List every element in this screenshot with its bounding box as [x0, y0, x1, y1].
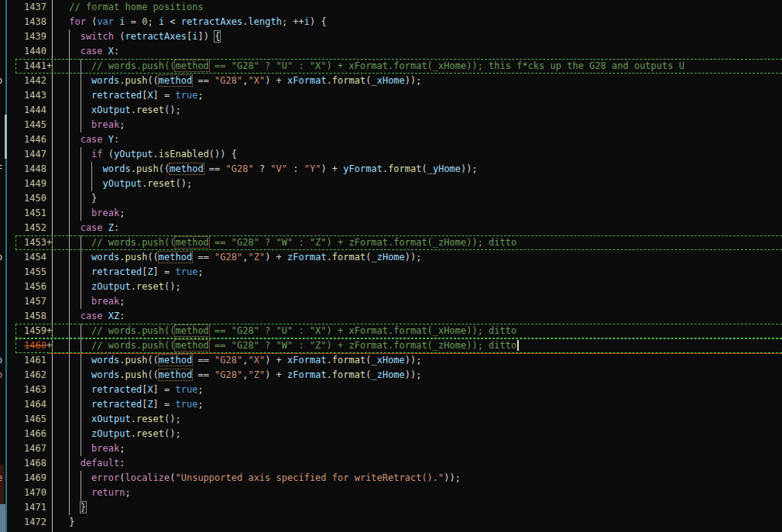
line-number[interactable]: 1450	[15, 191, 52, 206]
code-text[interactable]: words.push((method == "G28","X") + xForm…	[52, 74, 422, 88]
code-line[interactable]: 1454 words.push((method == "G28","Z") + …	[0, 250, 782, 265]
line-number[interactable]: 1461	[15, 353, 52, 368]
line-number[interactable]: 1469	[15, 471, 52, 486]
code-line[interactable]: 1464 retracted[Z] = true;	[0, 397, 782, 412]
code-text[interactable]: yOutput.reset();	[52, 177, 192, 191]
code-text[interactable]: case X:	[52, 44, 119, 59]
line-number[interactable]: 1465	[15, 412, 52, 427]
code-text[interactable]: // words.push((method == "G28" ? "U" : "…	[52, 59, 684, 74]
code-text[interactable]: retracted[Z] = true;	[52, 397, 204, 412]
code-line[interactable]: 1453+ // words.push((method == "G28" ? "…	[0, 235, 782, 250]
scrollbar-thumb[interactable]	[5, 115, 7, 159]
code-line[interactable]: 1448 words.push((method == "G28" ? "V" :…	[0, 162, 782, 177]
code-line[interactable]: 1447 if (yOutput.isEnabled()) {	[0, 147, 782, 162]
code-line[interactable]: 1446 case Y:	[0, 132, 782, 147]
code-line[interactable]: 1439 switch (retractAxes[i]) {	[0, 29, 782, 44]
line-number[interactable]: 1454	[15, 250, 52, 265]
code-line[interactable]: 1470 return;	[0, 486, 782, 500]
code-line[interactable]: 1450 }	[0, 191, 782, 206]
code-text[interactable]: case XZ:	[52, 309, 125, 324]
code-text[interactable]: xOutput.reset();	[52, 103, 181, 118]
code-text[interactable]: error(localize("Unsupported axis specifi…	[52, 471, 461, 486]
line-number[interactable]: 1438	[15, 15, 52, 29]
code-text[interactable]: // words.push((method == "G28" ? "W" : "…	[52, 235, 516, 250]
line-number[interactable]: 1472	[15, 515, 52, 530]
code-line[interactable]: 1443 retracted[X] = true;	[0, 88, 782, 103]
line-number[interactable]: 1455	[15, 265, 52, 280]
line-number[interactable]: 1467	[15, 441, 52, 456]
code-line[interactable]: 1455 retracted[Z] = true;	[0, 265, 782, 280]
line-number[interactable]: 1460+	[15, 338, 52, 353]
line-number[interactable]: 1440	[15, 44, 52, 59]
line-number[interactable]: 1443	[15, 88, 52, 103]
code-text[interactable]: words.push((method == "G28" ? "V" : "Y")…	[52, 162, 478, 177]
code-line[interactable]: 1466 zOutput.reset();	[0, 427, 782, 441]
line-number[interactable]: 1449	[15, 177, 52, 191]
line-number[interactable]: 1437	[15, 0, 52, 15]
code-text[interactable]: retracted[X] = true;	[52, 88, 204, 103]
code-line[interactable]: 1468 default:	[0, 456, 782, 471]
code-text[interactable]: default:	[52, 456, 125, 471]
code-line[interactable]: 1472 }	[0, 515, 782, 530]
code-text[interactable]: words.push((method == "G28","Z") + zForm…	[52, 250, 422, 265]
code-text[interactable]: words.push((method == "G28","Z") + zForm…	[52, 368, 422, 383]
code-line[interactable]: 1441+ // words.push((method == "G28" ? "…	[0, 59, 782, 74]
code-text[interactable]: zOutput.reset();	[52, 280, 181, 294]
line-number[interactable]: 1459+	[15, 324, 52, 338]
line-number[interactable]: 1453+	[15, 235, 52, 250]
line-number[interactable]: 1451	[15, 206, 52, 221]
code-line[interactable]: 1440 case X:	[0, 44, 782, 59]
line-number[interactable]: 1463	[15, 383, 52, 397]
line-number[interactable]: 1468	[15, 456, 52, 471]
code-text[interactable]: xOutput.reset();	[52, 412, 181, 427]
line-number[interactable]: 1457	[15, 294, 52, 309]
line-number[interactable]: 1462	[15, 368, 52, 383]
code-text[interactable]: if (yOutput.isEnabled()) {	[52, 147, 237, 162]
code-line[interactable]: 1462 words.push((method == "G28","Z") + …	[0, 368, 782, 383]
code-text[interactable]: return;	[52, 486, 131, 500]
code-text[interactable]: words.push((method == "G28","X") + xForm…	[52, 353, 422, 368]
line-number[interactable]: 1464	[15, 397, 52, 412]
code-line[interactable]: 1461 words.push((method == "G28","X") + …	[0, 353, 782, 368]
line-number[interactable]: 1466	[15, 427, 52, 441]
code-text[interactable]: break;	[52, 441, 125, 456]
code-text[interactable]: retracted[Z] = true;	[52, 265, 204, 280]
line-number[interactable]: 1452	[15, 221, 52, 235]
code-text[interactable]: zOutput.reset();	[52, 427, 181, 441]
code-line[interactable]: 1458 case XZ:	[0, 309, 782, 324]
code-text[interactable]: switch (retractAxes[i]) {	[52, 29, 220, 44]
code-text[interactable]: for (var i = 0; i < retractAxes.length; …	[52, 15, 327, 29]
code-text[interactable]: // words.push((method == "G28" ? "W" : "…	[52, 338, 519, 353]
line-number[interactable]: 1456	[15, 280, 52, 294]
code-line[interactable]: 1442 words.push((method == "G28","X") + …	[0, 74, 782, 88]
line-number[interactable]: 1444	[15, 103, 52, 118]
code-line[interactable]: 1438 for (var i = 0; i < retractAxes.len…	[0, 15, 782, 29]
line-number[interactable]: 1448	[15, 162, 52, 177]
code-line[interactable]: 1451 break;	[0, 206, 782, 221]
code-line[interactable]: 1437 // format home positions	[0, 0, 782, 15]
code-line[interactable]: 1445 break;	[0, 118, 782, 132]
code-line[interactable]: 1460+ // words.push((method == "G28" ? "…	[0, 338, 782, 353]
code-line[interactable]: 1463 retracted[X] = true;	[0, 383, 782, 397]
line-number[interactable]: 1441+	[15, 59, 52, 74]
line-number[interactable]: 1445	[15, 118, 52, 132]
code-line[interactable]: 1465 xOutput.reset();	[0, 412, 782, 427]
line-number[interactable]: 1447	[15, 147, 52, 162]
line-number[interactable]: 1471	[15, 500, 52, 515]
line-number[interactable]: 1442	[15, 74, 52, 88]
line-number[interactable]: 1458	[15, 309, 52, 324]
code-text[interactable]: break;	[52, 118, 125, 132]
code-line[interactable]: 1471 }	[0, 500, 782, 515]
code-text[interactable]: }	[52, 515, 74, 530]
code-text[interactable]: retracted[X] = true;	[52, 383, 204, 397]
code-text[interactable]: case Y:	[52, 132, 119, 147]
code-line[interactable]: 1467 break;	[0, 441, 782, 456]
code-text[interactable]: break;	[52, 206, 125, 221]
line-number[interactable]: 1446	[15, 132, 52, 147]
line-number[interactable]: 1470	[15, 486, 52, 500]
code-text[interactable]: // format home positions	[52, 0, 204, 15]
line-number[interactable]: 1439	[15, 29, 52, 44]
code-line[interactable]: 1456 zOutput.reset();	[0, 280, 782, 294]
code-text[interactable]: }	[52, 500, 86, 515]
code-text[interactable]: }	[52, 191, 97, 206]
